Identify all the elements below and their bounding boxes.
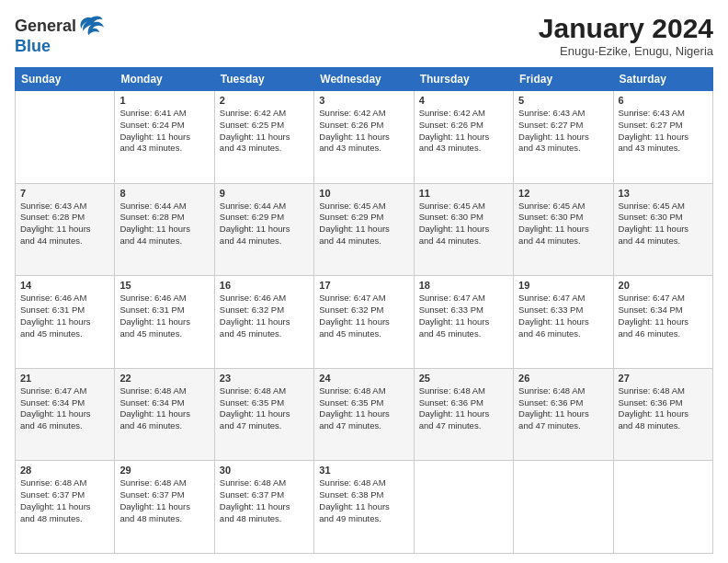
cell-info: Sunrise: 6:43 AMSunset: 6:27 PMDaylight:…: [619, 108, 708, 155]
day-number: 31: [319, 465, 408, 476]
calendar-cell: 30Sunrise: 6:48 AMSunset: 6:37 PMDayligh…: [214, 461, 313, 554]
calendar-cell: [514, 461, 613, 554]
cell-info: Sunrise: 6:46 AMSunset: 6:31 PMDaylight:…: [20, 293, 109, 339]
calendar-cell: 9Sunrise: 6:44 AMSunset: 6:29 PMDaylight…: [214, 183, 313, 276]
day-number: 27: [619, 373, 708, 384]
calendar-cell: 5Sunrise: 6:43 AMSunset: 6:27 PMDaylight…: [514, 91, 613, 184]
cell-info: Sunrise: 6:48 AMSunset: 6:35 PMDaylight:…: [220, 385, 309, 432]
day-number: 9: [220, 188, 309, 199]
calendar-header-row: SundayMondayTuesdayWednesdayThursdayFrid…: [16, 68, 713, 91]
col-header-wednesday: Wednesday: [314, 68, 414, 91]
day-number: 10: [319, 188, 408, 199]
cell-info: Sunrise: 6:45 AMSunset: 6:30 PMDaylight:…: [619, 201, 708, 247]
cell-info: Sunrise: 6:45 AMSunset: 6:30 PMDaylight:…: [518, 201, 608, 247]
cell-info: Sunrise: 6:47 AMSunset: 6:33 PMDaylight:…: [518, 293, 608, 339]
cell-info: Sunrise: 6:47 AMSunset: 6:33 PMDaylight:…: [419, 293, 508, 339]
calendar-cell: 22Sunrise: 6:48 AMSunset: 6:34 PMDayligh…: [115, 368, 214, 461]
day-number: 30: [220, 465, 309, 476]
col-header-saturday: Saturday: [613, 68, 712, 91]
day-number: 29: [119, 465, 209, 476]
calendar-cell: 18Sunrise: 6:47 AMSunset: 6:33 PMDayligh…: [414, 276, 513, 369]
day-number: 19: [518, 280, 608, 291]
day-number: 12: [518, 188, 608, 199]
day-number: 26: [518, 373, 608, 384]
cell-info: Sunrise: 6:48 AMSunset: 6:35 PMDaylight:…: [319, 385, 408, 432]
calendar-cell: 3Sunrise: 6:42 AMSunset: 6:26 PMDaylight…: [314, 91, 414, 184]
calendar-week-4: 21Sunrise: 6:47 AMSunset: 6:34 PMDayligh…: [16, 368, 713, 461]
cell-info: Sunrise: 6:46 AMSunset: 6:32 PMDaylight:…: [220, 293, 309, 339]
calendar-cell: 26Sunrise: 6:48 AMSunset: 6:36 PMDayligh…: [514, 368, 613, 461]
logo: General Blue: [15, 13, 104, 56]
cell-info: Sunrise: 6:46 AMSunset: 6:31 PMDaylight:…: [119, 293, 209, 339]
calendar-cell: 17Sunrise: 6:47 AMSunset: 6:32 PMDayligh…: [314, 276, 414, 369]
calendar-cell: [613, 461, 712, 554]
calendar-cell: 1Sunrise: 6:41 AMSunset: 6:24 PMDaylight…: [115, 91, 214, 184]
calendar-cell: 31Sunrise: 6:48 AMSunset: 6:38 PMDayligh…: [314, 461, 414, 554]
col-header-tuesday: Tuesday: [214, 68, 313, 91]
calendar-week-5: 28Sunrise: 6:48 AMSunset: 6:37 PMDayligh…: [16, 461, 713, 554]
cell-info: Sunrise: 6:48 AMSunset: 6:37 PMDaylight:…: [220, 477, 309, 524]
day-number: 11: [419, 188, 508, 199]
calendar-cell: 2Sunrise: 6:42 AMSunset: 6:25 PMDaylight…: [214, 91, 313, 184]
title-section: January 2024 Enugu-Ezike, Enugu, Nigeria: [539, 13, 713, 58]
calendar-cell: 4Sunrise: 6:42 AMSunset: 6:26 PMDaylight…: [414, 91, 513, 184]
calendar-cell: 23Sunrise: 6:48 AMSunset: 6:35 PMDayligh…: [214, 368, 313, 461]
day-number: 5: [518, 95, 608, 106]
calendar-cell: [16, 91, 115, 184]
cell-info: Sunrise: 6:45 AMSunset: 6:30 PMDaylight:…: [419, 201, 508, 247]
calendar-cell: 15Sunrise: 6:46 AMSunset: 6:31 PMDayligh…: [115, 276, 214, 369]
logo-general: General: [15, 17, 76, 36]
cell-info: Sunrise: 6:42 AMSunset: 6:26 PMDaylight:…: [419, 108, 508, 155]
page: General Blue January 2024 Enugu-Ezike, E…: [0, 0, 728, 563]
calendar-cell: 7Sunrise: 6:43 AMSunset: 6:28 PMDaylight…: [16, 183, 115, 276]
cell-info: Sunrise: 6:44 AMSunset: 6:28 PMDaylight:…: [119, 201, 209, 247]
calendar-cell: 27Sunrise: 6:48 AMSunset: 6:36 PMDayligh…: [613, 368, 712, 461]
day-number: 16: [220, 280, 309, 291]
calendar-cell: 19Sunrise: 6:47 AMSunset: 6:33 PMDayligh…: [514, 276, 613, 369]
calendar-cell: 25Sunrise: 6:48 AMSunset: 6:36 PMDayligh…: [414, 368, 513, 461]
day-number: 14: [20, 280, 109, 291]
location: Enugu-Ezike, Enugu, Nigeria: [539, 44, 713, 58]
calendar-cell: [414, 461, 513, 554]
day-number: 22: [119, 373, 209, 384]
cell-info: Sunrise: 6:41 AMSunset: 6:24 PMDaylight:…: [119, 108, 209, 155]
cell-info: Sunrise: 6:47 AMSunset: 6:34 PMDaylight:…: [20, 385, 109, 432]
day-number: 1: [119, 95, 209, 106]
day-number: 24: [319, 373, 408, 384]
calendar-cell: 8Sunrise: 6:44 AMSunset: 6:28 PMDaylight…: [115, 183, 214, 276]
cell-info: Sunrise: 6:43 AMSunset: 6:27 PMDaylight:…: [518, 108, 608, 155]
day-number: 23: [220, 373, 309, 384]
calendar-cell: 10Sunrise: 6:45 AMSunset: 6:29 PMDayligh…: [314, 183, 414, 276]
calendar-week-1: 1Sunrise: 6:41 AMSunset: 6:24 PMDaylight…: [16, 91, 713, 184]
day-number: 13: [619, 188, 708, 199]
day-number: 18: [419, 280, 508, 291]
header: General Blue January 2024 Enugu-Ezike, E…: [15, 13, 713, 58]
col-header-friday: Friday: [514, 68, 613, 91]
cell-info: Sunrise: 6:42 AMSunset: 6:26 PMDaylight:…: [319, 108, 408, 155]
day-number: 28: [20, 465, 109, 476]
cell-info: Sunrise: 6:42 AMSunset: 6:25 PMDaylight:…: [220, 108, 309, 155]
day-number: 8: [119, 188, 209, 199]
cell-info: Sunrise: 6:48 AMSunset: 6:34 PMDaylight:…: [119, 385, 209, 432]
cell-info: Sunrise: 6:48 AMSunset: 6:36 PMDaylight:…: [619, 385, 708, 432]
cell-info: Sunrise: 6:47 AMSunset: 6:32 PMDaylight:…: [319, 293, 408, 339]
cell-info: Sunrise: 6:48 AMSunset: 6:36 PMDaylight:…: [419, 385, 508, 432]
cell-info: Sunrise: 6:48 AMSunset: 6:37 PMDaylight:…: [20, 477, 109, 524]
col-header-sunday: Sunday: [16, 68, 115, 91]
day-number: 7: [20, 188, 109, 199]
day-number: 21: [20, 373, 109, 384]
day-number: 15: [119, 280, 209, 291]
cell-info: Sunrise: 6:45 AMSunset: 6:29 PMDaylight:…: [319, 201, 408, 247]
calendar-cell: 29Sunrise: 6:48 AMSunset: 6:37 PMDayligh…: [115, 461, 214, 554]
calendar-cell: 13Sunrise: 6:45 AMSunset: 6:30 PMDayligh…: [613, 183, 712, 276]
col-header-thursday: Thursday: [414, 68, 513, 91]
logo-blue: Blue: [15, 37, 104, 56]
day-number: 3: [319, 95, 408, 106]
cell-info: Sunrise: 6:48 AMSunset: 6:36 PMDaylight:…: [518, 385, 608, 432]
calendar-cell: 11Sunrise: 6:45 AMSunset: 6:30 PMDayligh…: [414, 183, 513, 276]
calendar-cell: 14Sunrise: 6:46 AMSunset: 6:31 PMDayligh…: [16, 276, 115, 369]
calendar-table: SundayMondayTuesdayWednesdayThursdayFrid…: [15, 67, 713, 554]
col-header-monday: Monday: [115, 68, 214, 91]
day-number: 20: [619, 280, 708, 291]
day-number: 6: [619, 95, 708, 106]
